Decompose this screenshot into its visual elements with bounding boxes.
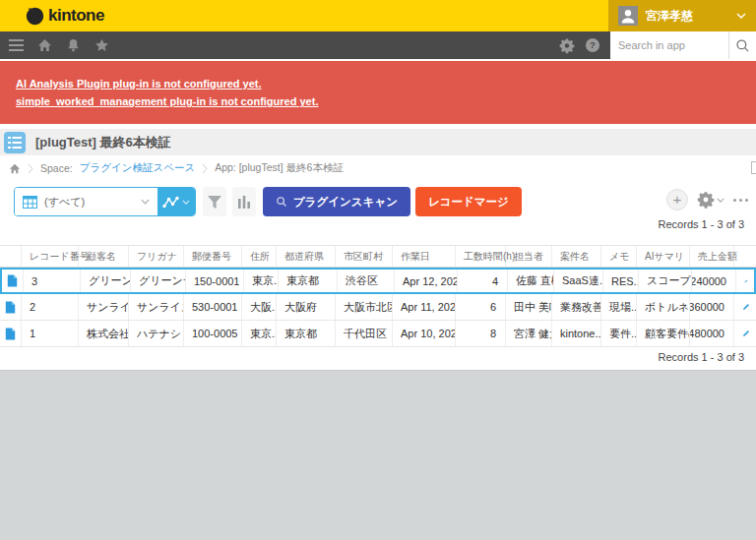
settings-gear-icon[interactable] xyxy=(559,37,575,53)
graph-icon xyxy=(162,196,179,209)
view-table-icon xyxy=(23,196,37,209)
filter-funnel-icon xyxy=(207,195,222,210)
plugin-scan-button[interactable]: プラグインスキャン xyxy=(263,187,410,216)
graph-menu-button[interactable] xyxy=(158,188,195,215)
app-settings-button[interactable] xyxy=(697,191,724,209)
alert-link-simple-worked-management[interactable]: simple_worked_management plug-in is not … xyxy=(16,95,740,107)
help-icon[interactable]: ? xyxy=(585,37,600,53)
toolbar-right-group: + xyxy=(666,189,750,210)
notifications-bell-icon[interactable] xyxy=(65,37,81,53)
cell-address: 東京... xyxy=(244,270,279,292)
cell-ai-summary: スコープ明... xyxy=(639,270,692,292)
edge-partial-icon xyxy=(751,161,756,174)
favorites-star-icon[interactable] xyxy=(94,37,109,53)
breadcrumb-space-label: Space: xyxy=(40,162,73,174)
cell-project: 業務改善... xyxy=(552,294,601,320)
breadcrumb-home-icon[interactable] xyxy=(9,163,21,174)
record-merge-button[interactable]: レコードマージ xyxy=(415,187,522,216)
app-list-icon xyxy=(4,132,26,153)
breadcrumb-separator-icon xyxy=(202,163,208,174)
cell-assignee: 宮澤 健太 xyxy=(506,321,552,346)
scan-magnifier-icon xyxy=(276,196,287,208)
cell-record-number: 2 xyxy=(22,294,79,320)
cell-customer: 株式会社... xyxy=(79,321,129,346)
cell-furigana: サンライズ... xyxy=(129,294,184,320)
user-menu-chevron-icon xyxy=(736,13,746,19)
column-header[interactable]: メモ xyxy=(601,246,637,267)
cell-memo: 要件... xyxy=(601,321,637,346)
alert-link-ai-analysis[interactable]: AI Analysis Plugin plug-in is not config… xyxy=(16,78,740,90)
column-header[interactable]: 郵便番号 xyxy=(184,246,242,267)
kintone-page: kintone 宮澤孝慈 xyxy=(0,0,756,540)
cell-sales: 360000 xyxy=(690,294,734,320)
cell-record-number: 1 xyxy=(22,321,79,346)
cell-address: 大阪... xyxy=(242,294,277,320)
kintone-logo-text: kintone xyxy=(48,6,104,26)
record-merge-label: レコードマージ xyxy=(428,195,509,210)
view-select-dropdown[interactable]: (すべて) xyxy=(15,188,158,215)
column-header[interactable]: AIサマリ xyxy=(637,246,690,267)
records-count-bottom: Records 1 - 3 of 3 xyxy=(0,347,756,370)
column-header[interactable]: 都道府県 xyxy=(277,246,336,267)
filter-button[interactable] xyxy=(203,187,226,216)
edit-pencil-icon[interactable] xyxy=(734,294,756,320)
user-menu[interactable]: 宮澤孝慈 xyxy=(608,0,756,31)
breadcrumb-separator-icon xyxy=(28,163,33,174)
more-options-button[interactable] xyxy=(733,199,748,202)
table-row[interactable]: 3 グリーン... グリーンテ... 150-0001 東京... 東京都 渋谷… xyxy=(0,268,756,294)
column-header[interactable]: 工数時間(h) xyxy=(456,246,506,267)
record-doc-icon[interactable] xyxy=(0,294,22,320)
column-header[interactable]: 担当者 xyxy=(506,246,552,267)
graph-menu-chevron-icon xyxy=(182,200,190,205)
cell-project: SaaS連... xyxy=(554,270,603,292)
view-selector: (すべて) xyxy=(14,187,196,216)
bar-chart-icon xyxy=(237,195,251,209)
hamburger-menu-icon[interactable] xyxy=(8,37,24,53)
edit-pencil-icon[interactable] xyxy=(736,270,754,292)
cell-memo: 現場... xyxy=(601,294,637,320)
cell-prefecture: 東京都 xyxy=(277,321,336,346)
nav-right-group: ? xyxy=(559,31,756,59)
search-input[interactable] xyxy=(610,31,728,59)
cell-sales: 480000 xyxy=(690,321,734,346)
home-icon[interactable] xyxy=(36,37,52,53)
records-count-top: Records 1 - 3 of 3 xyxy=(0,216,756,236)
cell-project: kintone... xyxy=(552,321,601,346)
chart-button[interactable] xyxy=(232,187,256,216)
column-header[interactable]: 住所 xyxy=(242,246,277,267)
cell-customer: サンライ... xyxy=(79,294,129,320)
edit-pencil-icon[interactable] xyxy=(734,321,756,346)
column-header[interactable]: 作業日 xyxy=(393,246,456,267)
cell-furigana: ハテナショ... xyxy=(129,321,184,346)
table-header-row: レコード番号 顧客名 フリガナ 郵便番号 住所 都道府県 市区町村 作業日 工数… xyxy=(0,246,756,268)
cell-zip: 100-0005 xyxy=(184,321,242,346)
add-record-button[interactable]: + xyxy=(666,189,688,210)
view-selector-chevron-icon xyxy=(141,199,150,205)
column-header[interactable]: レコード番号 xyxy=(22,246,79,267)
record-doc-icon[interactable] xyxy=(0,321,22,346)
cell-zip: 150-0001 xyxy=(186,270,244,292)
user-avatar xyxy=(618,6,638,26)
breadcrumb: Space: プラグイン検証スペース App: [plugTest] 最終6本検… xyxy=(0,155,756,181)
cell-furigana: グリーンテ... xyxy=(131,270,186,292)
column-header[interactable]: 案件名 xyxy=(552,246,601,267)
cell-memo: RES... xyxy=(603,270,639,292)
record-doc-icon[interactable] xyxy=(2,270,24,292)
column-header[interactable]: フリガナ xyxy=(129,246,184,267)
plugin-scan-label: プラグインスキャン xyxy=(293,195,398,210)
page-background xyxy=(0,370,756,540)
column-header[interactable]: 売上金額 xyxy=(690,246,734,267)
cell-prefecture: 東京都 xyxy=(279,270,338,292)
column-header[interactable]: 市区町村 xyxy=(336,246,393,267)
cell-city: 千代田区 xyxy=(336,321,393,346)
record-list-table: レコード番号 顧客名 フリガナ 郵便番号 住所 都道府県 市区町村 作業日 工数… xyxy=(0,245,756,347)
breadcrumb-space-link[interactable]: プラグイン検証スペース xyxy=(80,161,195,175)
table-row[interactable]: 2 サンライ... サンライズ... 530-0001 大阪... 大阪府 大阪… xyxy=(0,294,756,321)
search-icon[interactable] xyxy=(728,31,756,59)
cell-hours: 4 xyxy=(458,270,508,292)
cell-ai-summary: 顧客要件の... xyxy=(637,321,690,346)
kintone-logo[interactable]: kintone xyxy=(26,6,104,26)
table-row[interactable]: 1 株式会社... ハテナショ... 100-0005 東京... 東京都 千代… xyxy=(0,321,756,347)
cell-city: 渋谷区 xyxy=(338,270,395,292)
column-header[interactable]: 顧客名 xyxy=(79,246,129,267)
